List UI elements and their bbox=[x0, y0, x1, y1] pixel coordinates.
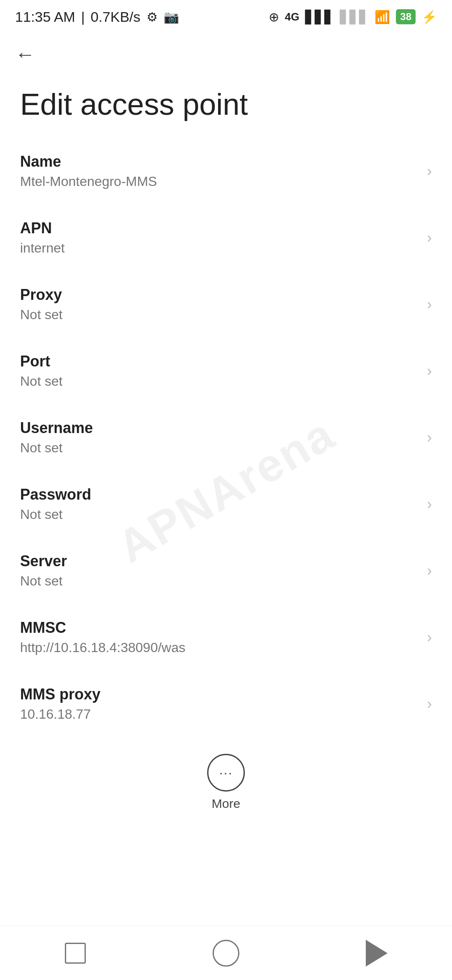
settings-value-name: Mtel-Montenegro-MMS bbox=[20, 174, 157, 189]
chevron-icon-mmsc: › bbox=[427, 629, 432, 646]
home-icon bbox=[213, 940, 239, 967]
settings-label-mms-proxy: MMS proxy bbox=[20, 686, 100, 703]
more-label: More bbox=[212, 797, 240, 811]
page-title: Edit access point bbox=[0, 75, 452, 138]
settings-label-apn: APN bbox=[20, 219, 65, 237]
chevron-icon-mms-proxy: › bbox=[427, 695, 432, 713]
status-left: 11:35 AM | 0.7KB/s ⚙ 📷 bbox=[15, 9, 179, 25]
settings-value-apn: internet bbox=[20, 240, 65, 256]
camera-icon: 📷 bbox=[164, 10, 179, 24]
settings-value-proxy: Not set bbox=[20, 307, 62, 322]
bluetooth-icon: ⊕ bbox=[269, 10, 279, 24]
signal-bars2-icon: ▋▋▋ bbox=[340, 10, 369, 24]
settings-label-username: Username bbox=[20, 419, 93, 437]
more-button[interactable]: ··· bbox=[207, 754, 245, 792]
settings-item-apn[interactable]: APNinternet› bbox=[0, 204, 452, 271]
status-bar: 11:35 AM | 0.7KB/s ⚙ 📷 ⊕ 4G ▋▋▋ ▋▋▋ 📶 38… bbox=[0, 0, 452, 34]
chevron-icon-name: › bbox=[427, 162, 432, 180]
settings-item-server[interactable]: ServerNot set› bbox=[0, 537, 452, 604]
settings-icon: ⚙ bbox=[146, 10, 158, 24]
signal-bars-icon: ▋▋▋ bbox=[305, 10, 334, 24]
chevron-icon-server: › bbox=[427, 562, 432, 580]
wifi-icon: 📶 bbox=[375, 10, 390, 24]
settings-value-mms-proxy: 10.16.18.77 bbox=[20, 707, 100, 722]
chevron-icon-apn: › bbox=[427, 229, 432, 247]
back-button[interactable]: ← bbox=[15, 44, 35, 64]
settings-item-mms-proxy[interactable]: MMS proxy10.16.18.77› bbox=[0, 671, 452, 737]
chevron-icon-password: › bbox=[427, 495, 432, 513]
settings-value-mmsc: http://10.16.18.4:38090/was bbox=[20, 640, 185, 655]
speed-label: | bbox=[81, 9, 85, 25]
time-label: 11:35 AM bbox=[15, 9, 75, 25]
settings-value-server: Not set bbox=[20, 573, 67, 589]
settings-list: NameMtel-Montenegro-MMS›APNinternet›Prox… bbox=[0, 138, 452, 737]
recent-apps-icon bbox=[65, 943, 86, 964]
settings-item-port[interactable]: PortNot set› bbox=[0, 338, 452, 404]
battery-level: 38 bbox=[396, 9, 416, 24]
settings-value-password: Not set bbox=[20, 507, 91, 522]
settings-item-password[interactable]: PasswordNot set› bbox=[0, 471, 452, 537]
settings-label-mmsc: MMSC bbox=[20, 619, 185, 637]
nav-home-button[interactable] bbox=[201, 936, 251, 970]
network-speed: 0.7KB/s bbox=[91, 9, 141, 25]
signal-4g-icon: 4G bbox=[285, 10, 300, 23]
settings-value-port: Not set bbox=[20, 374, 62, 389]
settings-item-username[interactable]: UsernameNot set› bbox=[0, 404, 452, 471]
chevron-icon-username: › bbox=[427, 429, 432, 446]
bottom-nav bbox=[0, 926, 452, 980]
settings-item-proxy[interactable]: ProxyNot set› bbox=[0, 271, 452, 338]
status-right: ⊕ 4G ▋▋▋ ▋▋▋ 📶 38 ⚡ bbox=[269, 9, 437, 24]
chevron-icon-port: › bbox=[427, 362, 432, 380]
settings-label-password: Password bbox=[20, 486, 91, 503]
more-dots-icon: ··· bbox=[219, 766, 233, 779]
charging-icon: ⚡ bbox=[421, 10, 437, 24]
settings-label-proxy: Proxy bbox=[20, 286, 62, 304]
back-icon bbox=[366, 940, 388, 967]
top-nav: ← bbox=[0, 34, 452, 75]
settings-value-username: Not set bbox=[20, 440, 93, 456]
nav-recent-button[interactable] bbox=[50, 936, 100, 970]
settings-item-mmsc[interactable]: MMSChttp://10.16.18.4:38090/was› bbox=[0, 604, 452, 671]
settings-label-name: Name bbox=[20, 153, 157, 170]
more-button-area: ··· More bbox=[0, 737, 452, 823]
settings-label-port: Port bbox=[20, 353, 62, 370]
settings-label-server: Server bbox=[20, 552, 67, 570]
nav-back-button[interactable] bbox=[352, 936, 402, 970]
chevron-icon-proxy: › bbox=[427, 296, 432, 313]
settings-item-name[interactable]: NameMtel-Montenegro-MMS› bbox=[0, 138, 452, 204]
